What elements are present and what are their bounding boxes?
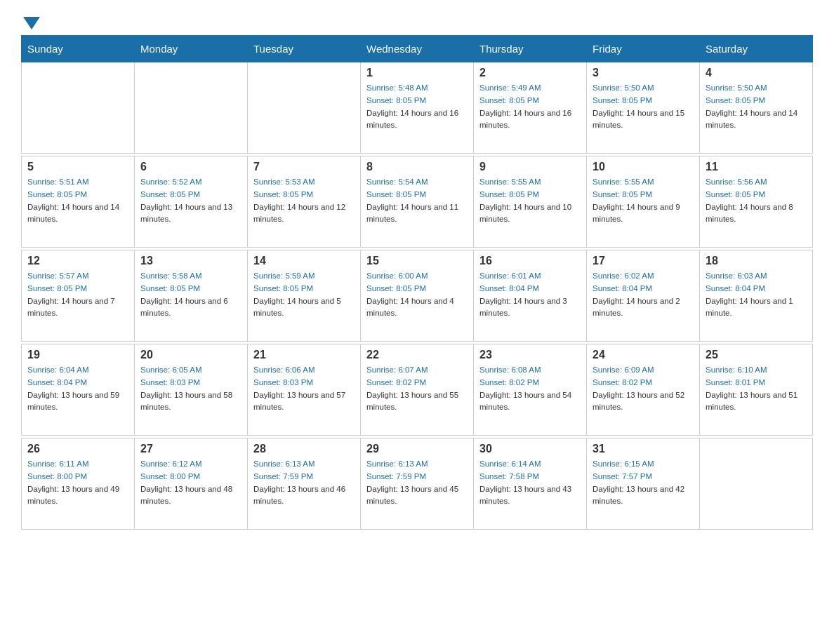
daylight-text: Daylight: 13 hours and 55 minutes. [366,391,458,412]
daylight-text: Daylight: 14 hours and 12 minutes. [253,203,345,224]
day-number: 18 [706,255,807,267]
daylight-text: Daylight: 14 hours and 16 minutes. [366,109,458,130]
calendar-cell: 23Sunrise: 6:08 AMSunset: 8:02 PMDayligh… [474,344,587,436]
header-sunday: Sunday [22,36,135,62]
calendar-week-row: 1Sunrise: 5:48 AMSunset: 8:05 PMDaylight… [22,62,813,154]
calendar-cell: 30Sunrise: 6:14 AMSunset: 7:58 PMDayligh… [474,438,587,530]
calendar-cell: 20Sunrise: 6:05 AMSunset: 8:03 PMDayligh… [135,344,248,436]
day-number: 28 [253,443,355,455]
calendar-cell: 6Sunrise: 5:52 AMSunset: 8:05 PMDaylight… [135,156,248,248]
day-info: Sunrise: 5:54 AMSunset: 8:05 PMDaylight:… [366,176,468,226]
daylight-text: Daylight: 14 hours and 6 minutes. [140,297,228,318]
sunrise-text: Sunrise: 6:09 AM [593,365,654,374]
calendar-cell: 29Sunrise: 6:13 AMSunset: 7:59 PMDayligh… [361,438,474,530]
sunrise-text: Sunrise: 6:00 AM [366,271,428,280]
daylight-text: Daylight: 13 hours and 57 minutes. [253,391,345,412]
day-number: 15 [366,255,468,267]
day-number: 7 [253,161,355,173]
calendar-cell: 18Sunrise: 6:03 AMSunset: 8:04 PMDayligh… [700,250,813,342]
calendar-cell: 14Sunrise: 5:59 AMSunset: 8:05 PMDayligh… [248,250,361,342]
sunrise-text: Sunrise: 6:04 AM [27,365,89,374]
sunset-text: Sunset: 7:58 PM [479,472,539,481]
daylight-text: Daylight: 14 hours and 2 minutes. [593,297,680,318]
sunrise-text: Sunrise: 6:02 AM [593,271,654,280]
day-info: Sunrise: 5:48 AMSunset: 8:05 PMDaylight:… [366,82,468,132]
daylight-text: Daylight: 13 hours and 45 minutes. [366,485,458,506]
sunset-text: Sunset: 8:05 PM [140,190,200,199]
sunset-text: Sunset: 8:05 PM [253,284,313,293]
sunrise-text: Sunrise: 5:56 AM [706,177,767,186]
calendar-cell: 3Sunrise: 5:50 AMSunset: 8:05 PMDaylight… [587,62,700,154]
calendar-cell: 24Sunrise: 6:09 AMSunset: 8:02 PMDayligh… [587,344,700,436]
sunrise-text: Sunrise: 5:55 AM [593,177,654,186]
header-wednesday: Wednesday [361,36,474,62]
sunset-text: Sunset: 8:03 PM [253,378,313,387]
day-number: 20 [140,349,241,361]
sunset-text: Sunset: 8:05 PM [27,190,87,199]
sunrise-text: Sunrise: 6:12 AM [140,459,202,468]
sunset-text: Sunset: 8:02 PM [479,378,539,387]
sunrise-text: Sunrise: 6:13 AM [253,459,315,468]
sunrise-text: Sunrise: 6:03 AM [706,271,767,280]
day-number: 14 [253,255,355,267]
sunrise-text: Sunrise: 5:51 AM [27,177,89,186]
day-info: Sunrise: 6:05 AMSunset: 8:03 PMDaylight:… [140,364,241,414]
sunset-text: Sunset: 8:05 PM [593,190,652,199]
day-info: Sunrise: 5:50 AMSunset: 8:05 PMDaylight:… [706,82,807,132]
day-info: Sunrise: 6:03 AMSunset: 8:04 PMDaylight:… [706,270,807,320]
day-info: Sunrise: 5:50 AMSunset: 8:05 PMDaylight:… [593,82,694,132]
header-friday: Friday [587,36,700,62]
daylight-text: Daylight: 14 hours and 5 minutes. [253,297,341,318]
calendar-cell: 11Sunrise: 5:56 AMSunset: 8:05 PMDayligh… [700,156,813,248]
sunrise-text: Sunrise: 6:14 AM [479,459,541,468]
daylight-text: Daylight: 13 hours and 48 minutes. [140,485,232,506]
daylight-text: Daylight: 13 hours and 51 minutes. [706,391,797,412]
daylight-text: Daylight: 14 hours and 7 minutes. [27,297,115,318]
day-number: 9 [479,161,581,173]
sunrise-text: Sunrise: 6:11 AM [27,459,89,468]
sunrise-text: Sunrise: 5:54 AM [366,177,428,186]
logo [21,14,40,28]
day-number: 31 [593,443,694,455]
sunset-text: Sunset: 8:05 PM [479,190,539,199]
day-info: Sunrise: 5:51 AMSunset: 8:05 PMDaylight:… [27,176,128,226]
sunrise-text: Sunrise: 5:52 AM [140,177,202,186]
daylight-text: Daylight: 14 hours and 8 minutes. [706,203,793,224]
day-info: Sunrise: 6:10 AMSunset: 8:01 PMDaylight:… [706,364,807,414]
daylight-text: Daylight: 14 hours and 13 minutes. [140,203,232,224]
daylight-text: Daylight: 14 hours and 14 minutes. [27,203,119,224]
day-info: Sunrise: 6:02 AMSunset: 8:04 PMDaylight:… [593,270,694,320]
calendar-cell: 12Sunrise: 5:57 AMSunset: 8:05 PMDayligh… [22,250,135,342]
calendar-cell [135,62,248,154]
day-info: Sunrise: 5:52 AMSunset: 8:05 PMDaylight:… [140,176,241,226]
sunrise-text: Sunrise: 5:57 AM [27,271,89,280]
daylight-text: Daylight: 13 hours and 52 minutes. [593,391,684,412]
day-info: Sunrise: 6:07 AMSunset: 8:02 PMDaylight:… [366,364,468,414]
day-number: 10 [593,161,694,173]
day-info: Sunrise: 5:59 AMSunset: 8:05 PMDaylight:… [253,270,355,320]
calendar-cell: 2Sunrise: 5:49 AMSunset: 8:05 PMDaylight… [474,62,587,154]
calendar-cell [248,62,361,154]
daylight-text: Daylight: 14 hours and 3 minutes. [479,297,567,318]
day-info: Sunrise: 5:49 AMSunset: 8:05 PMDaylight:… [479,82,581,132]
sunrise-text: Sunrise: 6:15 AM [593,459,654,468]
sunset-text: Sunset: 8:05 PM [706,190,765,199]
sunset-text: Sunset: 8:01 PM [706,378,765,387]
day-number: 21 [253,349,355,361]
calendar-week-row: 5Sunrise: 5:51 AMSunset: 8:05 PMDaylight… [22,156,813,248]
header-saturday: Saturday [700,36,813,62]
sunset-text: Sunset: 8:05 PM [593,96,652,105]
day-number: 13 [140,255,241,267]
sunset-text: Sunset: 8:04 PM [593,284,652,293]
daylight-text: Daylight: 14 hours and 16 minutes. [479,109,571,130]
calendar-cell: 13Sunrise: 5:58 AMSunset: 8:05 PMDayligh… [135,250,248,342]
calendar-cell: 28Sunrise: 6:13 AMSunset: 7:59 PMDayligh… [248,438,361,530]
day-number: 2 [479,67,581,79]
daylight-text: Daylight: 14 hours and 11 minutes. [366,203,458,224]
calendar-cell: 17Sunrise: 6:02 AMSunset: 8:04 PMDayligh… [587,250,700,342]
calendar-cell: 16Sunrise: 6:01 AMSunset: 8:04 PMDayligh… [474,250,587,342]
calendar-cell: 31Sunrise: 6:15 AMSunset: 7:57 PMDayligh… [587,438,700,530]
calendar-cell: 5Sunrise: 5:51 AMSunset: 8:05 PMDaylight… [22,156,135,248]
header-thursday: Thursday [474,36,587,62]
day-number: 26 [27,443,128,455]
